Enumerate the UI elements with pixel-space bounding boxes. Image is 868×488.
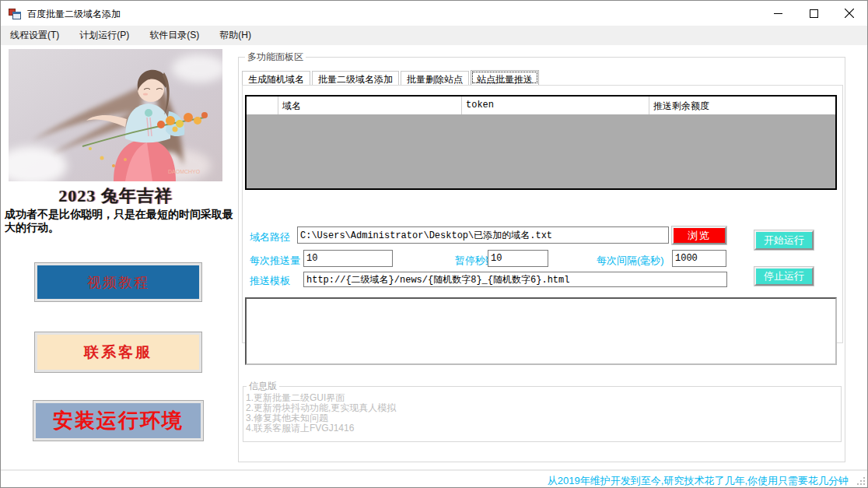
push-data-grid: 域名 token 推送剩余额度	[245, 95, 837, 190]
resize-grip[interactable]	[856, 476, 865, 485]
domain-path-label: 域名路径	[250, 230, 290, 244]
install-runtime-button[interactable]: 安装运行环境	[33, 401, 203, 441]
pause-seconds-input[interactable]	[488, 250, 548, 267]
browse-button[interactable]: 浏览	[672, 226, 726, 244]
minimize-button[interactable]	[760, 1, 796, 26]
menu-software-directory[interactable]: 软件目录(S)	[142, 25, 210, 46]
multifunction-panel-title: 多功能面板区	[245, 51, 306, 64]
menu-bar: 线程设置(T) 计划运行(P) 软件目录(S) 帮助(H)	[1, 26, 867, 45]
tab-page-site-batch-push: 域名 token 推送剩余额度 域名路径 浏览 开始运行 每次推送量 暂停秒数 …	[242, 85, 843, 343]
info-line: 4.联系客服请上FVGJ1416	[246, 423, 841, 434]
multifunction-panel-group: 多功能面板区 生成随机域名 批量二级域名添加 批量删除站点 站点批量推送 域名 …	[238, 51, 845, 462]
status-message: 从2019年维护开发到至今,研究技术花了几年,你使用只需要花几分钟	[548, 474, 849, 488]
tab-batch-subdomain-add[interactable]: 批量二级域名添加	[312, 71, 399, 86]
tab-strip: 生成随机域名 批量二级域名添加 批量删除站点 站点批量推送	[242, 71, 541, 86]
status-bar: 从2019年维护开发到至今,研究技术花了几年,你使用只需要花几分钟	[1, 469, 867, 487]
hero-illustration: DAOMCHYO	[9, 49, 222, 181]
window-controls	[760, 1, 867, 26]
grid-column-domain[interactable]: 域名	[278, 97, 462, 114]
info-board-title: 信息版	[247, 380, 279, 393]
menu-thread-settings[interactable]: 线程设置(T)	[2, 25, 70, 46]
grid-row-header-cell	[247, 97, 278, 114]
menu-help[interactable]: 帮助(H)	[212, 25, 262, 46]
menu-scheduled-run[interactable]: 计划运行(P)	[72, 25, 140, 46]
app-icon[interactable]	[9, 7, 21, 19]
grid-column-remaining-quota[interactable]: 推送剩余额度	[649, 97, 835, 114]
info-line: 2.更新滑块抖动功能,更实现真人模拟	[246, 403, 841, 413]
year-greeting: 2023 兔年吉祥	[9, 184, 222, 208]
stop-run-button[interactable]: 停止运行	[754, 267, 814, 286]
grid-column-token[interactable]: token	[462, 97, 649, 114]
tab-site-batch-push[interactable]: 站点批量推送	[471, 70, 539, 85]
close-icon	[845, 9, 854, 18]
contact-support-button[interactable]: 联系客服	[35, 332, 201, 372]
tab-generate-random-domain[interactable]: 生成随机域名	[242, 71, 310, 86]
app-window: 百度批量二级域名添加 线程设置(T) 计划运行(P) 软件目录(S) 帮助(H)	[0, 0, 868, 488]
artist-signature: DAOMCHYO	[168, 169, 201, 174]
maximize-icon	[810, 9, 818, 18]
video-tutorial-button[interactable]: 视频教程	[35, 263, 201, 301]
title-bar: 百度批量二级域名添加	[1, 1, 867, 26]
window-title: 百度批量二级域名添加	[27, 8, 121, 21]
per-push-input[interactable]	[303, 250, 393, 267]
push-template-input[interactable]	[303, 272, 727, 287]
info-board-group: 信息版 1.更新批量二级GUI界面 2.更新滑块抖动功能,更实现真人模拟 3.修…	[243, 380, 842, 442]
grid-empty-body	[247, 114, 835, 188]
log-output-box[interactable]	[245, 297, 837, 365]
domain-path-input[interactable]	[297, 226, 669, 244]
close-button[interactable]	[831, 1, 867, 26]
minimize-icon	[774, 9, 782, 18]
motivational-quote: 成功者不是比你聪明，只是在最短的时间采取最大的行动。	[5, 208, 233, 234]
maximize-button[interactable]	[796, 1, 831, 26]
start-run-button[interactable]: 开始运行	[754, 230, 814, 250]
per-push-label: 每次推送量	[250, 254, 300, 268]
interval-label: 每次间隔(毫秒)	[597, 254, 664, 268]
push-template-label: 推送模板	[250, 274, 290, 288]
tab-batch-delete-site[interactable]: 批量删除站点	[401, 71, 469, 86]
interval-input[interactable]	[672, 250, 726, 267]
hero-image: DAOMCHYO	[9, 49, 222, 181]
grid-header-row: 域名 token 推送剩余额度	[247, 97, 835, 114]
app-icon-window-titlebar	[12, 12, 21, 14]
